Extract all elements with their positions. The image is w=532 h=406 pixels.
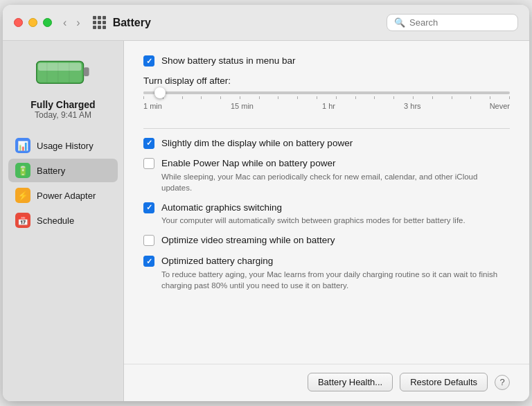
checkbox-optimized-charging[interactable] xyxy=(143,256,154,267)
search-input[interactable] xyxy=(409,17,506,28)
checkbox-optimize-video[interactable] xyxy=(143,235,154,246)
minimize-button[interactable] xyxy=(28,18,37,27)
slider-section: Turn display off after: xyxy=(143,76,510,113)
battery-icon-container xyxy=(35,55,91,89)
schedule-icon: 📅 xyxy=(15,213,30,228)
footer: Battery Health... Restore Defaults ? xyxy=(124,364,529,401)
checkbox-dim-display[interactable] xyxy=(143,138,154,149)
svg-rect-5 xyxy=(57,62,59,82)
grid-icon[interactable] xyxy=(93,16,106,29)
main-window: ‹ › Battery 🔍 xyxy=(3,5,529,401)
checkbox-auto-graphics[interactable] xyxy=(143,202,154,213)
battery-status-time: Today, 9:41 AM xyxy=(30,110,95,120)
checkbox-show-battery[interactable] xyxy=(143,55,154,67)
slider-tick-labels: 1 min 15 min 1 hr 3 hrs Never xyxy=(143,102,510,110)
main-content: Show battery status in menu bar Turn dis… xyxy=(124,41,529,364)
slider-ticks-marks xyxy=(143,96,510,99)
option-optimized-charging: Optimized battery charging To reduce bat… xyxy=(143,255,510,291)
battery-status: Fully Charged Today, 9:41 AM xyxy=(30,99,95,120)
main-panel: Show battery status in menu bar Turn dis… xyxy=(124,41,529,401)
usage-history-icon: 📊 xyxy=(15,138,30,153)
restore-defaults-button[interactable]: Restore Defaults xyxy=(400,373,488,391)
svg-rect-3 xyxy=(84,67,89,76)
sidebar-item-power-adapter[interactable]: ⚡ Power Adapter xyxy=(8,184,118,207)
checkbox-power-nap[interactable] xyxy=(143,158,154,169)
slider-tick-3hrs: 3 hrs xyxy=(404,102,420,110)
back-button[interactable]: ‹ xyxy=(60,15,69,30)
slider-thumb[interactable] xyxy=(154,87,166,98)
sidebar-item-battery[interactable]: 🔋 Battery xyxy=(8,159,118,182)
option-dim-display: Slightly dim the display while on batter… xyxy=(143,137,510,150)
slider-container[interactable]: 1 min 15 min 1 hr 3 hrs Never xyxy=(143,91,510,110)
option-label-dim-display: Slightly dim the display while on batter… xyxy=(161,137,353,150)
slider-tick-never: Never xyxy=(490,102,510,110)
option-power-nap: Enable Power Nap while on battery power … xyxy=(143,157,510,193)
search-icon: 🔍 xyxy=(394,17,405,28)
option-optimize-video: Optimize video streaming while on batter… xyxy=(143,234,510,247)
battery-health-button[interactable]: Battery Health... xyxy=(308,373,393,391)
sidebar-nav: 📊 Usage History 🔋 Battery ⚡ Power Adapte… xyxy=(8,134,118,232)
close-button[interactable] xyxy=(14,18,23,27)
search-bar[interactable]: 🔍 xyxy=(387,14,518,31)
option-label-show-battery: Show battery status in menu bar xyxy=(161,55,296,67)
sidebar-item-label-schedule: Schedule xyxy=(37,215,74,226)
divider-1 xyxy=(143,128,510,129)
slider-label: Turn display off after: xyxy=(143,76,510,86)
power-adapter-icon: ⚡ xyxy=(15,188,30,203)
fullscreen-button[interactable] xyxy=(43,18,52,27)
slider-track xyxy=(143,91,510,94)
option-label-power-nap: Enable Power Nap while on battery power xyxy=(161,157,510,170)
sidebar-item-label-power-adapter: Power Adapter xyxy=(37,191,96,201)
option-desc-optimized-charging: To reduce battery aging, your Mac learns… xyxy=(161,269,510,291)
option-label-optimized-charging: Optimized battery charging xyxy=(161,255,510,267)
sidebar-item-usage-history[interactable]: 📊 Usage History xyxy=(8,134,118,157)
battery-status-title: Fully Charged xyxy=(30,99,95,110)
sidebar-item-schedule[interactable]: 📅 Schedule xyxy=(8,209,118,232)
forward-button[interactable]: › xyxy=(73,15,82,30)
help-button[interactable]: ? xyxy=(495,375,510,390)
battery-icon: 🔋 xyxy=(15,163,30,178)
window-title: Battery xyxy=(113,17,387,29)
option-label-optimize-video: Optimize video streaming while on batter… xyxy=(161,234,335,247)
svg-rect-2 xyxy=(38,63,81,71)
slider-tick-15min: 15 min xyxy=(231,102,254,110)
sidebar-item-label-battery: Battery xyxy=(37,166,65,176)
battery-graphic xyxy=(35,55,91,89)
option-auto-graphics: Automatic graphics switching Your comput… xyxy=(143,202,510,227)
slider-tick-1min: 1 min xyxy=(143,102,162,110)
svg-rect-4 xyxy=(46,62,48,82)
sidebar-item-label-usage-history: Usage History xyxy=(37,141,94,151)
option-desc-power-nap: While sleeping, your Mac can periodicall… xyxy=(161,171,510,193)
slider-tick-1hr: 1 hr xyxy=(322,102,335,110)
titlebar: ‹ › Battery 🔍 xyxy=(3,5,529,41)
option-show-battery: Show battery status in menu bar xyxy=(143,55,510,67)
option-desc-auto-graphics: Your computer will automatically switch … xyxy=(161,215,466,226)
option-label-auto-graphics: Automatic graphics switching xyxy=(161,202,466,214)
sidebar: Fully Charged Today, 9:41 AM 📊 Usage His… xyxy=(3,41,124,401)
traffic-lights xyxy=(14,18,52,27)
body: Fully Charged Today, 9:41 AM 📊 Usage His… xyxy=(3,41,529,401)
svg-rect-6 xyxy=(69,62,70,82)
nav-buttons: ‹ › xyxy=(60,15,83,30)
